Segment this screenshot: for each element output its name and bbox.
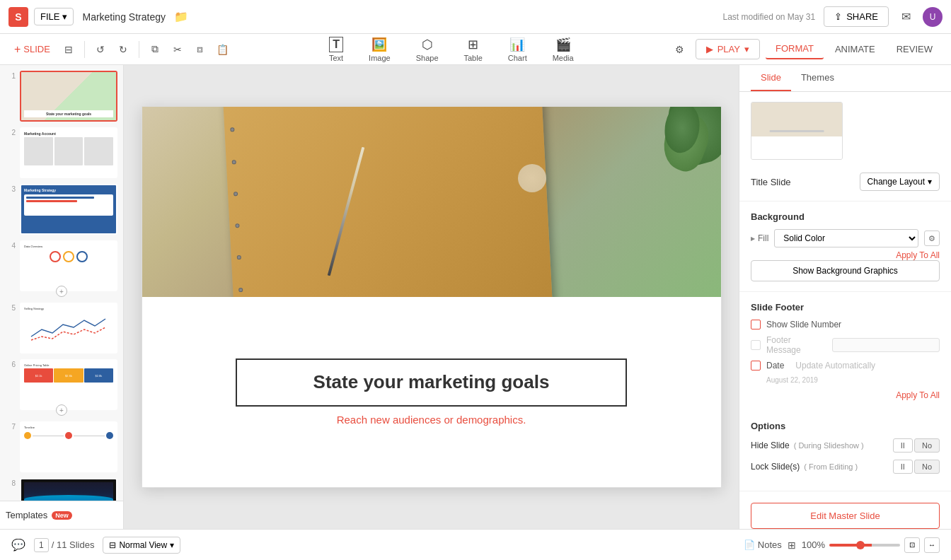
table-label: Table <box>464 54 483 62</box>
hide-slide-ii-button[interactable]: II <box>893 438 913 453</box>
lock-slide-ii-button[interactable]: II <box>893 460 913 474</box>
file-label: FILE <box>40 11 59 22</box>
copy-button[interactable]: ⧈ <box>190 40 210 59</box>
list-item[interactable]: 8 + <box>6 478 117 501</box>
paste-button[interactable]: 📋 <box>213 40 233 59</box>
footer-message-input[interactable] <box>832 338 940 352</box>
play-button[interactable]: ▶ PLAY ▾ <box>696 39 760 59</box>
toolbar-center: T Text 🖼️ Image ⬡ Shape ⊞ Table 📊 Chart … <box>236 34 667 65</box>
slide-title-box[interactable]: State your marketing goals <box>236 358 628 406</box>
add-slide-below-6[interactable]: + <box>56 404 67 416</box>
background-title: Background <box>751 211 940 222</box>
zoom-slider[interactable] <box>829 544 900 547</box>
tab-format[interactable]: FORMAT <box>766 39 824 59</box>
tab-slide[interactable]: Slide <box>751 65 791 91</box>
list-item[interactable]: 6 Online Pricing Table $2.1k $2.6k <box>6 359 117 410</box>
slide-canvas[interactable]: State your marketing goals Reach new aud… <box>142 106 722 488</box>
shape-tool[interactable]: ⬡ Shape <box>410 34 444 65</box>
thumb-inner-2: Marketing Account <box>21 129 116 177</box>
slide-subtitle[interactable]: Reach new audiences or demographics. <box>337 414 526 426</box>
zoom-out-button[interactable]: ↔ <box>924 537 940 553</box>
list-item[interactable]: 7 Timeline <box>6 421 117 472</box>
comment-icon[interactable]: 💬 <box>11 538 25 552</box>
lock-slide-label: Lock Slide(s) <box>751 462 800 472</box>
toolbar-left: + SLIDE ⊟ ↺ ↻ ⧉ ✂ ⧈ 📋 <box>8 40 233 59</box>
slide-thumbnail-8[interactable] <box>20 478 117 501</box>
slide-title[interactable]: State your marketing goals <box>260 371 604 393</box>
thumb-inner-7: Timeline <box>21 423 116 471</box>
table-tool[interactable]: ⊞ Table <box>459 34 488 65</box>
share-label: SHARE <box>846 11 878 22</box>
tab-review[interactable]: REVIEW <box>887 39 943 59</box>
footer-message-row: Footer Message <box>751 335 940 355</box>
slide-thumbnail-2[interactable]: Marketing Account <box>20 127 117 178</box>
right-panel: Slide Themes Title Slide Change Layout ▾ <box>739 65 951 529</box>
apply-all-footer-link[interactable]: Apply To All <box>896 390 940 400</box>
fill-settings-button[interactable]: ⚙ <box>924 231 940 246</box>
topbar-right: Last modified on May 31 ⇪ SHARE ✉ U <box>722 6 943 27</box>
mail-icon[interactable]: ✉ <box>897 8 914 25</box>
fill-row: ▶ Fill Solid Color ⚙ <box>751 229 940 247</box>
undo-button[interactable]: ↺ <box>91 40 110 59</box>
apply-to-all-link[interactable]: Apply To All <box>751 250 940 260</box>
toolbar-separator <box>84 41 85 58</box>
chart-tool[interactable]: 📊 Chart <box>502 34 533 65</box>
fit-to-screen-button[interactable]: ⊡ <box>904 537 920 553</box>
document-title[interactable]: Marketing Strategy <box>82 11 166 23</box>
slide-thumbnail-4[interactable]: Data Overview <box>20 240 117 291</box>
slide-thumbnail-3[interactable]: Marketing Strategy <box>20 184 117 235</box>
share-button[interactable]: ⇪ SHARE <box>824 6 889 27</box>
notes-label: Notes <box>758 539 782 550</box>
slide-thumbnail-6[interactable]: Online Pricing Table $2.1k $2.6k $2.8k <box>20 359 117 410</box>
slide-thumbnail-5[interactable]: Selling Strategy <box>20 303 117 354</box>
play-icon: ▶ <box>706 44 713 54</box>
change-layout-button[interactable]: Change Layout ▾ <box>860 173 940 191</box>
image-tool[interactable]: 🖼️ Image <box>363 34 396 65</box>
lock-slide-no-button[interactable]: No <box>914 460 940 474</box>
list-item[interactable]: 5 Selling Strategy <box>6 303 117 354</box>
date-checkbox[interactable] <box>751 361 761 371</box>
cut-button[interactable]: ✂ <box>168 40 188 59</box>
fill-type-select[interactable]: Solid Color <box>774 229 918 247</box>
avatar[interactable]: U <box>923 7 943 27</box>
tab-animate[interactable]: ANIMATE <box>825 39 885 59</box>
current-page-number[interactable]: 1 <box>34 538 49 552</box>
grid-icon[interactable]: ⊞ <box>788 539 796 551</box>
slide-thumbnail-1[interactable]: State your marketing goals <box>20 71 117 122</box>
media-icon: 🎬 <box>555 37 571 52</box>
templates-button[interactable]: Templates New <box>0 501 123 529</box>
text-tool[interactable]: T Text <box>323 34 349 65</box>
list-item[interactable]: 4 Data Overview + <box>6 240 117 291</box>
footer-title: Slide Footer <box>751 302 940 313</box>
edit-master-slide-button[interactable]: Edit Master Slide <box>751 503 940 529</box>
share-icon: ⇪ <box>834 11 842 22</box>
show-slide-number-checkbox[interactable] <box>751 320 761 329</box>
shape-icon: ⬡ <box>422 37 433 52</box>
tab-themes[interactable]: Themes <box>791 65 844 91</box>
layout-chevron-icon: ▾ <box>928 177 932 187</box>
duplicate-button[interactable]: ⧉ <box>145 40 165 59</box>
notes-icon: 📄 <box>744 539 755 550</box>
thumb-inner-6: Online Pricing Table $2.1k $2.6k $2.8k <box>21 361 116 409</box>
hide-slide-no-button[interactable]: No <box>914 438 940 453</box>
show-background-graphics-button[interactable]: Show Background Graphics <box>751 260 940 281</box>
date-label: Date <box>766 361 784 371</box>
templates-label: Templates <box>6 510 47 520</box>
media-tool[interactable]: 🎬 Media <box>547 34 580 65</box>
view-selector[interactable]: ⊟ Normal View ▾ <box>103 537 180 554</box>
file-menu-button[interactable]: FILE ▾ <box>34 8 74 25</box>
add-slide-button[interactable]: + SLIDE <box>8 40 56 59</box>
layout-toggle-button[interactable]: ⊟ <box>59 40 79 59</box>
slide-number-8: 8 <box>6 478 16 487</box>
footer-message-label: Footer Message <box>766 335 826 355</box>
add-slide-below-4[interactable]: + <box>56 286 67 297</box>
notes-button[interactable]: 📄 Notes <box>744 539 782 550</box>
options-section: Options Hide Slide ( During Slideshow ) … <box>739 411 951 491</box>
redo-button[interactable]: ↻ <box>113 40 133 59</box>
list-item[interactable]: 1 State your marketing goals <box>6 71 117 122</box>
slide-thumbnail-7[interactable]: Timeline <box>20 421 117 472</box>
list-item[interactable]: 2 Marketing Account <box>6 127 117 178</box>
list-item[interactable]: 3 Marketing Strategy <box>6 184 117 235</box>
footer-message-checkbox[interactable] <box>751 340 761 350</box>
settings-button[interactable]: ⚙ <box>670 40 690 59</box>
